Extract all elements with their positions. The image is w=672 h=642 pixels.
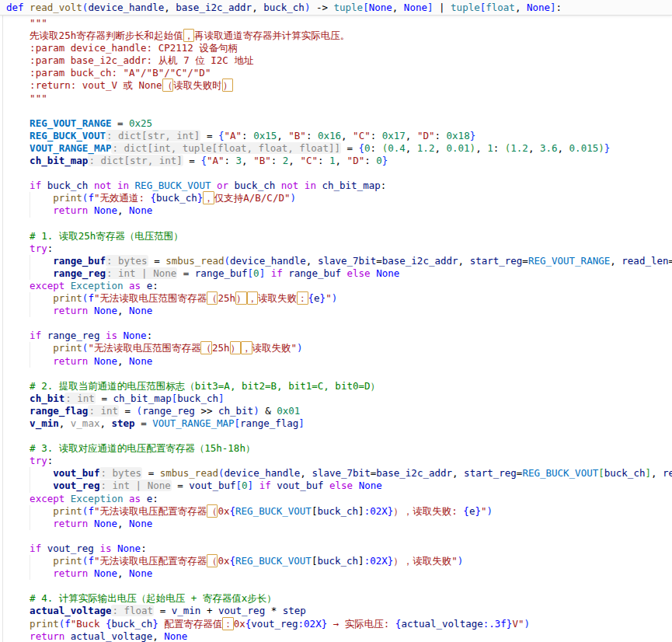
code-token: print <box>30 618 59 630</box>
code-line[interactable]: if vout_reg is None: <box>0 543 672 555</box>
code-line[interactable]: print("无法读取电压范围寄存器（25h），读取失败") <box>0 342 672 354</box>
code-token: smbus_read <box>165 255 224 267</box>
code-token: buck_ch <box>177 393 218 404</box>
code-token: "Buck <box>71 618 106 630</box>
code-token: "无法读取电压配置寄存器 <box>94 555 207 567</box>
code-token: 1 <box>329 155 336 166</box>
code-line[interactable]: # 4. 计算实际输出电压（起始电压 + 寄存器值x步长） <box>0 592 672 605</box>
code-line[interactable]: print(f"无法读取电压配置寄存器（0x{REG_BUCK_VOUT[buc… <box>0 555 672 567</box>
code-line[interactable]: print(f"无法读取电压配置寄存器（0x{REG_BUCK_VOUT[buc… <box>0 505 672 518</box>
code-token: None <box>129 305 152 316</box>
code-line[interactable]: vout_reg: int | None = vout_buf[0] if vo… <box>0 480 672 492</box>
code-token: : bytes <box>106 255 148 267</box>
code-line[interactable]: return actual_voltage, None <box>0 630 672 642</box>
code-line[interactable]: """ <box>0 17 672 30</box>
code-line[interactable]: range_buf: bytes = smbus_read(device_han… <box>0 255 672 267</box>
indent-whitespace <box>6 92 30 104</box>
code-token: → 实际电压: <box>327 618 395 630</box>
code-token: base_i2c_addr <box>376 467 452 479</box>
code-line[interactable]: REG_VOUT_RANGE = 0x25 <box>0 117 672 130</box>
code-token: range_buf <box>195 267 248 279</box>
code-token: , <box>117 204 129 216</box>
code-token: : <box>141 543 147 554</box>
code-line[interactable]: except Exception as e: <box>0 493 672 505</box>
code-line[interactable]: print(f"无法读取电压范围寄存器（25h），读取失败：{e}") <box>0 292 672 305</box>
indent-whitespace <box>6 605 30 616</box>
code-token: { <box>106 618 112 630</box>
code-token: ) <box>297 342 303 354</box>
code-line[interactable]: return None, None <box>0 567 672 580</box>
code-line[interactable]: try: <box>0 242 672 255</box>
code-line[interactable] <box>0 368 672 380</box>
code-line[interactable]: :param buck_ch: "A"/"B"/"C"/"D" <box>0 67 672 79</box>
code-token: None <box>94 305 117 316</box>
code-token: return <box>53 567 94 579</box>
code-line[interactable]: return None, None <box>0 518 672 530</box>
code-line-sticky-def[interactable]: def read_volt(device_handle, base_i2c_ad… <box>0 0 672 14</box>
code-token: ) <box>524 618 530 630</box>
code-line[interactable]: range_reg: int | None = range_buf[0] if … <box>0 267 672 280</box>
code-line[interactable]: if buck_ch not in REG_BUCK_VOUT or buck_… <box>0 180 672 192</box>
code-line[interactable]: return None, None <box>0 204 672 217</box>
code-line[interactable]: print(f"无效通道: {buck_ch}，仅支持A/B/C/D") <box>0 192 672 204</box>
code-token: # 2. 提取当前通道的电压范围标志（bit3=A, bit2=B, bit1=… <box>30 380 380 392</box>
code-line[interactable]: range_flag: int = (range_reg >> ch_bit) … <box>0 405 672 417</box>
code-token: not in <box>88 180 134 191</box>
code-token: , <box>99 417 111 429</box>
code-line[interactable]: VOUT_RANGE_MAP: dict[int, tuple[float, f… <box>0 142 672 155</box>
code-line[interactable]: v_min, v_max, step = VOUT_RANGE_MAP[rang… <box>0 417 672 430</box>
code-line[interactable]: # 3. 读取对应通道的电压配置寄存器（15h-18h） <box>0 442 672 455</box>
indent-guide <box>30 267 30 280</box>
code-line[interactable]: return None, None <box>0 305 672 317</box>
code-line[interactable]: # 1. 读取25h寄存器（电压范围） <box>0 230 672 242</box>
sticky-scroll-header[interactable]: def read_volt(device_handle, base_i2c_ad… <box>0 0 672 16</box>
code-token: : <box>371 130 382 141</box>
code-token: None <box>376 267 399 279</box>
code-line[interactable] <box>0 530 672 543</box>
code-line[interactable] <box>0 105 672 117</box>
code-line[interactable] <box>0 580 672 592</box>
code-line[interactable]: ch_bit_map: dict[str, int] = {"A": 3, "B… <box>0 155 672 167</box>
code-line[interactable]: :param device_handle: CP2112 设备句柄 <box>0 42 672 54</box>
code-line[interactable]: """ <box>0 92 672 105</box>
code-token: actual_voltage <box>401 618 482 630</box>
code-token: print <box>53 342 82 354</box>
code-token: = <box>111 117 129 129</box>
code-token: [ <box>236 480 242 491</box>
code-line[interactable]: :param base_i2c_addr: 从机 7 位 I2C 地址 <box>0 54 672 67</box>
code-line[interactable]: actual_voltage: float = v_min + vout_reg… <box>0 605 672 617</box>
code-line[interactable]: ch_bit: int = ch_bit_map[buck_ch] <box>0 393 672 405</box>
code-line[interactable]: # 2. 提取当前通道的电压范围标志（bit3=A, bit2=B, bit1=… <box>0 380 672 393</box>
code-token: ( <box>224 255 230 267</box>
code-token: "无法读取电压配置寄存器 <box>94 505 207 517</box>
code-line[interactable]: REG_BUCK_VOUT: dict[str, int] = {"A": 0x… <box>0 130 672 142</box>
code-token: None <box>404 2 427 13</box>
code-token: 0x <box>218 505 229 517</box>
code-token: ），读取失败: <box>393 505 463 517</box>
code-editor[interactable]: def read_volt(device_handle, base_i2c_ad… <box>0 0 672 642</box>
indent-whitespace <box>6 30 30 41</box>
code-token: , <box>277 130 288 141</box>
code-line[interactable]: vout_buf: bytes = smbus_read(device_hand… <box>0 467 672 480</box>
indent-whitespace <box>6 543 30 554</box>
code-line[interactable] <box>0 317 672 330</box>
code-line[interactable]: return None, None <box>0 355 672 368</box>
code-line[interactable]: print(f"Buck {buck_ch} 配置寄存器值：0x{vout_re… <box>0 618 672 630</box>
code-token: range_reg <box>47 330 100 341</box>
code-token: tuple <box>334 2 364 13</box>
code-line[interactable]: except Exception as e: <box>0 280 672 292</box>
code-line[interactable]: 先读取25h寄存器判断步长和起始值，再读取通道寄存器并计算实际电压。 <box>0 30 672 42</box>
code-line[interactable]: try: <box>0 455 672 467</box>
code-line[interactable]: :return: vout_V 或 None（读取失败时） <box>0 79 672 92</box>
code-line[interactable] <box>0 218 672 230</box>
indent-whitespace <box>6 142 30 154</box>
code-line[interactable] <box>0 430 672 442</box>
code-line[interactable] <box>0 167 672 180</box>
code-line[interactable]: if range_reg is None: <box>0 330 672 342</box>
code-token: { <box>200 155 207 166</box>
code-token: :param base_i2c_addr: 从机 7 位 I2C 地址 <box>30 54 253 66</box>
code-token: " <box>326 292 332 304</box>
code-token: ），读取失败" <box>393 555 458 567</box>
code-token: ( <box>137 405 143 417</box>
code-area[interactable]: """ 先读取25h寄存器判断步长和起始值，再读取通道寄存器并计算实际电压。 :… <box>0 16 672 642</box>
